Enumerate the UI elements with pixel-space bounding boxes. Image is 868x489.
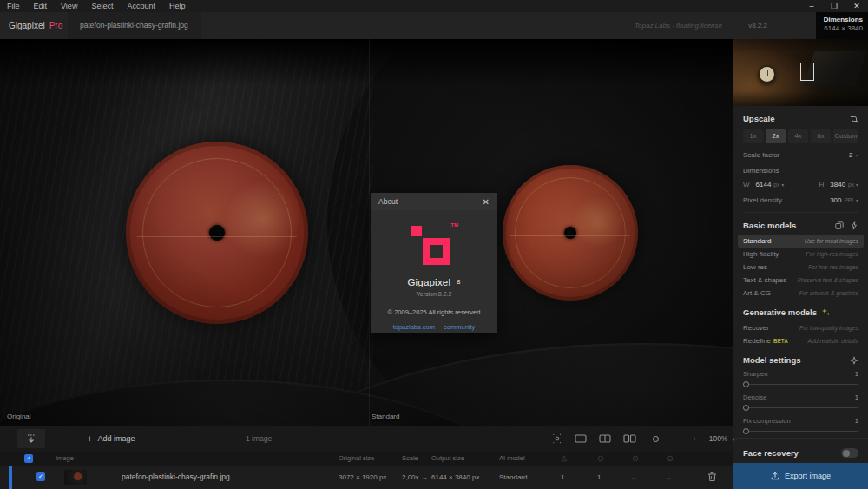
fix-compression-slider[interactable] <box>743 427 858 435</box>
basic-models-title: Basic models <box>743 221 796 230</box>
community-link[interactable]: community <box>444 323 475 331</box>
fix-compression-value: 1 <box>855 417 858 425</box>
width-field[interactable]: 6144 <box>756 181 772 188</box>
trademark-label: TM <box>450 222 458 228</box>
dialog-copyright: © 2009–2025 All rights reserved <box>371 308 497 316</box>
spark-icon[interactable] <box>850 356 858 365</box>
scale-factor-row: Scale factor 2× <box>743 151 858 159</box>
model-low-res[interactable]: Low res For low-res images <box>738 261 864 274</box>
slider-knob[interactable] <box>743 405 749 411</box>
fit-view-icon[interactable] <box>552 433 562 444</box>
scale-custom-button[interactable]: Custom <box>833 129 858 143</box>
add-image-label: Add image <box>97 434 135 443</box>
about-dialog-header: About ✕ <box>371 193 497 210</box>
trash-icon[interactable] <box>707 472 717 482</box>
menu-select[interactable]: Select <box>84 2 120 10</box>
minimize-icon[interactable]: – <box>800 0 823 12</box>
density-number: 300 <box>830 196 841 204</box>
select-all-checkbox[interactable]: ✓ <box>24 454 33 463</box>
side-by-side-view-icon[interactable] <box>623 434 636 443</box>
slider-knob[interactable] <box>743 428 749 434</box>
split-view-icon[interactable] <box>599 434 611 443</box>
export-label: Export image <box>785 472 831 480</box>
model-redefine[interactable]: RedefineBETA Add realistic details <box>738 334 864 347</box>
pixel-density-row: Pixel density 300PPI▾ <box>743 196 858 204</box>
menu-view[interactable]: View <box>54 2 84 10</box>
export-image-button[interactable]: Export image <box>733 463 868 489</box>
menu-file[interactable]: File <box>0 2 27 10</box>
image-count: 1 image <box>246 426 272 452</box>
app-version: v8.2.2 <box>748 12 767 39</box>
density-unit: PPI <box>845 197 853 203</box>
denoise-slider[interactable] <box>743 404 858 412</box>
model-standard[interactable]: Standard Use for most images <box>738 235 864 248</box>
view-mode-controls <box>552 426 636 452</box>
dimensions-value: 6144 × 3840 <box>816 24 863 32</box>
face-recovery-toggle[interactable] <box>841 448 858 458</box>
image-canvas[interactable]: Original Standard About ✕ TM Gigapixel8 … <box>0 39 733 426</box>
zoom-level[interactable]: 100% <box>709 434 728 443</box>
row-ai-model: Standard <box>499 466 527 489</box>
scale-4x-button[interactable]: 4x <box>788 129 808 143</box>
model-high-fidelity[interactable]: High fidelity For high-res images <box>738 248 864 261</box>
resize-icon[interactable] <box>850 115 858 123</box>
width-unit: px <box>773 182 779 188</box>
dialog-close-icon[interactable]: ✕ <box>483 197 490 207</box>
menu-account[interactable]: Account <box>120 2 162 10</box>
zoom-slider[interactable] <box>647 435 690 443</box>
maximize-icon[interactable]: ❐ <box>823 0 845 12</box>
chevron-down-icon: ▾ <box>856 198 858 203</box>
table-row[interactable]: ✓ patefon-plastinki-chasy-grafin.jpg 307… <box>0 466 733 489</box>
model-art-cg[interactable]: Art & CG For artwork & graphics <box>738 287 864 300</box>
chevron-down-icon[interactable]: ▾ <box>781 182 784 188</box>
width-height-row: W 6144 px ▾ H 3840 px ▾ <box>743 181 858 188</box>
row-checkbox[interactable]: ✓ <box>36 472 45 481</box>
close-icon[interactable]: ✕ <box>845 0 868 12</box>
width-label: W <box>743 181 750 188</box>
menu-bar: File Edit View Select Account Help – ❐ ✕ <box>0 0 868 12</box>
model-text-shapes[interactable]: Text & shapes Preserve text & shapes <box>738 274 864 287</box>
license-text: Topaz Labs - floating license <box>635 12 722 39</box>
scale-2x-button[interactable]: 2x <box>766 129 786 143</box>
model-name: Text & shapes <box>743 276 786 284</box>
scale-6x-button[interactable]: 6x <box>811 129 831 143</box>
menu-help[interactable]: Help <box>162 2 193 10</box>
sharpen-slider[interactable] <box>743 380 858 388</box>
dialog-app-number: 8 <box>457 278 460 286</box>
compare-split-line[interactable] <box>369 39 370 426</box>
dimensions-section-label: Dimensions <box>743 167 858 175</box>
denoise-slider-group: Denoise1 <box>743 393 858 412</box>
zoom-slider-knob[interactable] <box>653 436 659 442</box>
add-image-button[interactable]: + Add image <box>87 426 135 452</box>
sharpen-slider-group: Sharpen1 <box>743 370 858 388</box>
model-name: Recover <box>743 324 769 332</box>
compare-icon[interactable] <box>835 221 844 230</box>
menu-edit[interactable]: Edit <box>27 2 55 10</box>
zoom-in-icon[interactable]: + <box>693 435 697 443</box>
sharpen-column-icon <box>561 455 568 462</box>
model-recover[interactable]: Recover For low-quality images <box>738 321 864 334</box>
height-field[interactable]: 3840 <box>830 181 845 188</box>
original-size-column-header: Original size <box>339 452 374 466</box>
sparkle-icon <box>822 308 830 316</box>
export-icon <box>771 472 779 480</box>
lightning-icon[interactable] <box>850 221 858 230</box>
row-thumbnail <box>64 470 87 485</box>
redefine-label: Redefine <box>743 337 771 345</box>
gigapixel-logo: TM <box>410 222 458 268</box>
navigation-thumbnail[interactable] <box>733 39 868 106</box>
viewport-indicator[interactable] <box>800 63 814 81</box>
chevron-down-icon[interactable]: ▾ <box>856 182 858 188</box>
collapse-tray-button[interactable] <box>17 429 45 448</box>
scale-factor-value[interactable]: 2× <box>849 151 858 159</box>
chevron-down-icon[interactable]: ▾ <box>732 436 734 442</box>
slider-knob[interactable] <box>743 381 749 387</box>
topazlabs-link[interactable]: topazlabs.com <box>393 323 435 331</box>
row-filename: patefon-plastinki-chasy-grafin.jpg <box>122 466 230 489</box>
model-name: High fidelity <box>743 250 779 258</box>
single-view-icon[interactable] <box>575 434 587 443</box>
image-tab[interactable]: patefon-plastinki-chasy-grafin.jpg <box>68 12 201 39</box>
scale-1x-button[interactable]: 1x <box>743 129 763 143</box>
pixel-density-value[interactable]: 300PPI▾ <box>830 196 858 204</box>
thumbnail-clock <box>758 65 776 83</box>
